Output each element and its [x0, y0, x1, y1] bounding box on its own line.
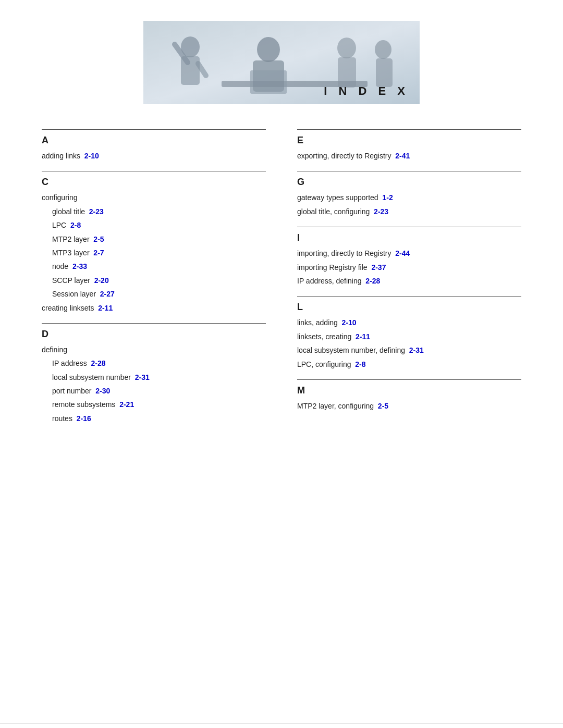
ref-routes[interactable]: 2-16 — [77, 414, 91, 423]
entry-remote-subsystems: remote subsystems 2-21 — [52, 399, 266, 410]
ref-mtp2[interactable]: 2-5 — [93, 235, 104, 243]
entry-local-subsystem-l: local subsystem number, defining 2-31 — [297, 344, 521, 356]
entry-adding-links: adding links 2-10 — [42, 150, 266, 162]
entry-links-adding: links, adding 2-10 — [297, 317, 521, 328]
entry-sccp: SCCP layer 2-20 — [52, 275, 266, 286]
divider-l — [297, 296, 521, 297]
ref-linksets-creating[interactable]: 2-11 — [356, 332, 370, 341]
divider-g — [297, 171, 521, 171]
entry-importing-registry: importing, directly to Registry 2-44 — [297, 248, 521, 259]
letter-g: G — [297, 177, 521, 188]
section-d: D defining IP address 2-28 local subsyst… — [42, 323, 266, 424]
section-a: A adding links 2-10 — [42, 129, 266, 162]
entry-lpc: LPC 2-8 — [52, 219, 266, 231]
entry-mtp3: MTP3 layer 2-7 — [52, 247, 266, 258]
ref-links-adding[interactable]: 2-10 — [342, 318, 357, 327]
column-right: E exporting, directly to Registry 2-41 G… — [297, 120, 521, 429]
column-left: A adding links 2-10 C configuring global… — [42, 120, 266, 429]
ref-ip-address-i[interactable]: 2-28 — [365, 277, 380, 285]
entry-importing-file: importing Registry file 2-37 — [297, 262, 521, 273]
ref-port-number[interactable]: 2-30 — [95, 387, 110, 395]
entry-configuring: configuring — [42, 192, 266, 203]
ref-importing-file[interactable]: 2-37 — [371, 263, 386, 272]
entry-defining: defining — [42, 344, 266, 355]
svg-point-5 — [257, 37, 280, 62]
entry-port-number: port number 2-30 — [52, 385, 266, 397]
ref-sccp[interactable]: 2-20 — [94, 276, 109, 285]
entry-linksets-creating: linksets, creating 2-11 — [297, 331, 521, 342]
section-m: M MTP2 layer, configuring 2-5 — [297, 379, 521, 412]
entry-lpc-configuring: LPC, configuring 2-8 — [297, 359, 521, 370]
svg-point-9 — [337, 38, 356, 58]
ref-exporting[interactable]: 2-41 — [395, 152, 410, 160]
svg-rect-8 — [250, 70, 287, 94]
section-i: I importing, directly to Registry 2-44 i… — [297, 227, 521, 287]
entry-gateway-types: gateway types supported 1-2 — [297, 192, 521, 203]
ref-session-layer[interactable]: 2-27 — [100, 290, 115, 298]
entry-session-layer: Session layer 2-27 — [52, 288, 266, 300]
ref-mtp2-m[interactable]: 2-5 — [378, 402, 388, 410]
ref-remote-subsystems[interactable]: 2-21 — [119, 400, 134, 409]
ref-local-subsystem-d[interactable]: 2-31 — [135, 373, 150, 381]
entry-mtp2: MTP2 layer 2-5 — [52, 233, 266, 245]
index-label: I N D E X — [324, 84, 409, 98]
divider-i — [297, 227, 521, 227]
page-container: I N D E X A adding links 2-10 C configur… — [0, 21, 563, 728]
divider-d — [42, 323, 266, 324]
svg-rect-10 — [338, 57, 356, 88]
ref-mtp3[interactable]: 2-7 — [93, 249, 104, 257]
ref-ip-address-d[interactable]: 2-28 — [91, 359, 105, 367]
letter-d: D — [42, 329, 266, 340]
section-l: L links, adding 2-10 linksets, creating … — [297, 296, 521, 370]
section-e: E exporting, directly to Registry 2-41 — [297, 129, 521, 162]
letter-c: C — [42, 177, 266, 188]
divider-e — [297, 129, 521, 130]
ref-lpc-l[interactable]: 2-8 — [355, 360, 365, 368]
entry-ip-address: IP address 2-28 — [52, 357, 266, 369]
entry-node: node 2-33 — [52, 261, 266, 272]
ref-adding-links[interactable]: 2-10 — [84, 152, 99, 160]
entry-local-subsystem: local subsystem number 2-31 — [52, 372, 266, 383]
letter-i: I — [297, 232, 521, 243]
section-g: G gateway types supported 1-2 global tit… — [297, 171, 521, 217]
section-c: C configuring global title 2-23 LPC 2-8 … — [42, 171, 266, 314]
ref-global-title-g[interactable]: 2-23 — [374, 207, 388, 216]
ref-lpc[interactable]: 2-8 — [70, 221, 81, 229]
ref-creating-linksets[interactable]: 2-11 — [98, 304, 113, 312]
divider-m — [297, 379, 521, 380]
ref-global-title[interactable]: 2-23 — [89, 207, 104, 216]
ref-local-subsystem-l[interactable]: 2-31 — [409, 346, 424, 354]
entry-mtp2-configuring: MTP2 layer, configuring 2-5 — [297, 400, 521, 412]
divider-c — [42, 171, 266, 171]
content-area: A adding links 2-10 C configuring global… — [0, 104, 563, 471]
letter-m: M — [297, 385, 521, 396]
header-image: I N D E X — [143, 21, 420, 104]
letter-a: A — [42, 135, 266, 146]
svg-rect-12 — [376, 58, 393, 87]
entry-creating-linksets: creating linksets 2-11 — [42, 302, 266, 314]
ref-node[interactable]: 2-33 — [72, 262, 87, 270]
letter-e: E — [297, 135, 521, 146]
entry-global-title-g: global title, configuring 2-23 — [297, 206, 521, 217]
page-footer: I Cisco ICM Enterprise Edition SS7 Gatew… — [0, 723, 563, 728]
entry-ip-address-i: IP address, defining 2-28 — [297, 275, 521, 287]
entry-exporting: exporting, directly to Registry 2-41 — [297, 150, 521, 162]
letter-l: L — [297, 302, 521, 313]
divider-a — [42, 129, 266, 130]
svg-point-11 — [375, 40, 391, 59]
entry-routes: routes 2-16 — [52, 413, 266, 424]
entry-global-title: global title 2-23 — [52, 206, 266, 217]
ref-importing-registry[interactable]: 2-44 — [395, 249, 410, 257]
ref-gateway-types[interactable]: 1-2 — [382, 193, 393, 202]
